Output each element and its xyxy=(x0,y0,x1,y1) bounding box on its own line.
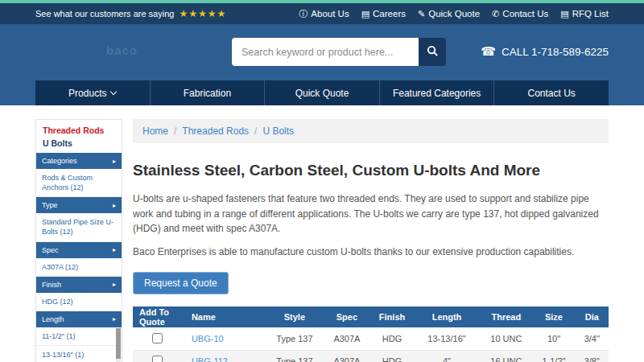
product-name-cell: UBG-112 xyxy=(190,350,266,362)
sidebar-section-label: Categories xyxy=(42,157,77,165)
product-name-cell: UBG-10 xyxy=(190,327,266,350)
utility-topbar: See what our customers are saying ★★★★★ … xyxy=(0,3,644,24)
column-header-name: Name xyxy=(190,306,266,327)
sidebar-subcategory-title[interactable]: U Bolts xyxy=(43,138,115,148)
breadcrumb: Home/Threaded Rods/U Bolts xyxy=(133,119,609,143)
sidebar-scrollbar-thumb[interactable] xyxy=(116,328,121,359)
sidebar-sections: Categories▸Rods & Custom Anchors (12)Typ… xyxy=(36,153,122,362)
product-value-cell: A307A xyxy=(323,350,370,362)
sidebar-section-header-categories[interactable]: Categories▸ xyxy=(36,153,122,169)
product-link-ubg-10[interactable]: UBG-10 xyxy=(192,334,224,343)
sidebar-filter-item[interactable]: Standard Pipe Size U-Bolts (12) xyxy=(36,213,122,241)
nav-item-featured-categories[interactable]: Featured Categories xyxy=(379,80,494,105)
add-to-quote-checkbox[interactable] xyxy=(152,356,163,362)
chevron-down-icon xyxy=(110,88,117,95)
topbar-link-label: Contact Us xyxy=(502,9,548,19)
phone-number-label: CALL 1-718-589-6225 xyxy=(502,46,609,58)
five-star-rating-icon: ★★★★★ xyxy=(179,8,226,19)
sidebar-category-title[interactable]: Threaded Rods xyxy=(43,125,115,135)
table-header-row: Add To QuoteNameStyleSpecFinishLengthThr… xyxy=(133,306,609,327)
add-to-quote-checkbox[interactable] xyxy=(152,333,163,343)
sidebar-filter-item[interactable]: HDG (12) xyxy=(36,293,122,311)
topbar-link-about-us[interactable]: ⓘAbout Us xyxy=(299,9,349,19)
products-table: Add To QuoteNameStyleSpecFinishLengthThr… xyxy=(133,306,609,362)
product-value-cell: A307A xyxy=(323,327,370,350)
column-header-spec: Spec xyxy=(323,306,370,327)
column-header-thread: Thread xyxy=(480,306,532,327)
search-input[interactable] xyxy=(232,38,419,66)
column-header-add-to-quote: Add To Quote xyxy=(133,306,190,327)
phone-icon: ✆ xyxy=(492,10,499,19)
topbar-links: ⓘAbout Us▤Careers✎Quick Quote✆Contact Us… xyxy=(299,9,609,19)
nav-item-quick-quote[interactable]: Quick Quote xyxy=(264,80,379,105)
sidebar-scrollbar[interactable] xyxy=(116,328,121,362)
breadcrumb-separator: / xyxy=(174,125,176,137)
table-row: UBG-10Type 137A307AHDG13-13/16"10 UNC10"… xyxy=(133,327,609,350)
sidebar-section-spec: Spec▸A307A (12) xyxy=(36,242,122,277)
product-value-cell: 13-13/16" xyxy=(414,327,481,350)
call-phone-number[interactable]: ☎ CALL 1-718-589-6225 xyxy=(481,44,609,59)
product-value-cell: 3/8" xyxy=(576,350,609,362)
table-body: UBG-10Type 137A307AHDG13-13/16"10 UNC10"… xyxy=(133,327,609,362)
column-header-dia: Dia xyxy=(576,306,609,327)
topbar-link-label: Careers xyxy=(373,9,406,19)
product-value-cell: Type 137 xyxy=(266,327,323,350)
nav-item-label: Products xyxy=(68,88,106,99)
nav-item-label: Fabrication xyxy=(184,88,231,99)
phone-icon: ☎ xyxy=(481,44,496,59)
breadcrumb-separator: / xyxy=(254,125,257,137)
logo[interactable]: baco xyxy=(106,43,138,57)
breadcrumb-item-u-bolts[interactable]: U Bolts xyxy=(262,125,294,137)
sidebar-filter-item[interactable]: Rods & Custom Anchors (12) xyxy=(36,169,122,197)
chevron-right-icon: ▸ xyxy=(113,315,116,323)
chevron-right-icon: ▸ xyxy=(113,246,116,253)
chevron-right-icon: ▸ xyxy=(113,158,116,165)
search-bar xyxy=(232,38,446,66)
customers-tagline: See what our customers are saying xyxy=(35,9,174,19)
product-value-cell: 1-1/2" xyxy=(532,350,575,362)
product-value-cell: 16 UNC xyxy=(480,350,532,362)
sidebar-section-header-type[interactable]: Type▸ xyxy=(36,197,122,213)
request-quote-button[interactable]: Request a Quote xyxy=(133,272,229,294)
info-icon: ⓘ xyxy=(299,10,308,19)
product-value-cell: 10" xyxy=(532,327,575,350)
nav-item-products[interactable]: Products xyxy=(35,80,150,105)
add-to-quote-cell xyxy=(133,350,190,362)
sidebar-section-label: Type xyxy=(42,201,58,209)
sidebar-section-header-finish[interactable]: Finish▸ xyxy=(36,277,122,293)
sidebar-filter-item[interactable]: 11-1/2" (1) xyxy=(36,327,122,346)
sidebar-section-header-spec[interactable]: Spec▸ xyxy=(36,242,122,258)
breadcrumb-item-home[interactable]: Home xyxy=(142,125,168,137)
sidebar-section-header-length[interactable]: Length▸ xyxy=(36,311,122,327)
document-icon: ▤ xyxy=(560,10,568,19)
topbar-link-careers[interactable]: ▤Careers xyxy=(361,9,406,19)
sidebar-section-type: Type▸Standard Pipe Size U-Bolts (12) xyxy=(36,197,122,241)
sidebar-filter-item[interactable]: A307A (12) xyxy=(36,258,122,277)
product-value-cell: HDG xyxy=(370,327,413,350)
search-icon xyxy=(427,45,439,60)
topbar-link-quick-quote[interactable]: ✎Quick Quote xyxy=(418,9,480,19)
page-title: Stainless Steel, Carbon Steel, Custom U-… xyxy=(133,162,609,179)
topbar-link-contact-us[interactable]: ✆Contact Us xyxy=(492,9,548,19)
sidebar-section-categories: Categories▸Rods & Custom Anchors (12) xyxy=(36,153,122,197)
table-row: UBG-112Type 137A307AHDG4"16 UNC1-1/2"3/8… xyxy=(133,350,609,362)
nav-item-fabrication[interactable]: Fabrication xyxy=(150,80,265,105)
product-link-ubg-112[interactable]: UBG-112 xyxy=(192,356,228,362)
sidebar-filter-item[interactable]: 13-13/16" (1) xyxy=(36,346,122,362)
sidebar-section-length: Length▸11-1/2" (1)13-13/16" (1)16-1/16" … xyxy=(36,311,122,362)
sidebar-section-label: Length xyxy=(42,315,64,323)
search-button[interactable] xyxy=(419,38,446,66)
product-value-cell: HDG xyxy=(370,350,413,362)
edit-icon: ✎ xyxy=(418,10,425,19)
topbar-link-rfq-list[interactable]: ▤RFQ List xyxy=(560,9,609,19)
breadcrumb-item-threaded-rods[interactable]: Threaded Rods xyxy=(182,125,249,137)
product-value-cell: 4" xyxy=(414,350,481,362)
nav-band: ProductsFabricationQuick QuoteFeatured C… xyxy=(0,80,644,105)
nav-item-contact-us[interactable]: Contact Us xyxy=(493,80,609,105)
product-value-cell: Type 137 xyxy=(266,350,323,362)
document-icon: ▤ xyxy=(361,10,369,19)
nav-item-label: Quick Quote xyxy=(295,88,349,99)
product-value-cell: 3/4" xyxy=(576,327,609,350)
chevron-right-icon: ▸ xyxy=(113,281,116,288)
intro-paragraph-1: U-bolts are u-shaped fasteners that feat… xyxy=(133,191,609,237)
